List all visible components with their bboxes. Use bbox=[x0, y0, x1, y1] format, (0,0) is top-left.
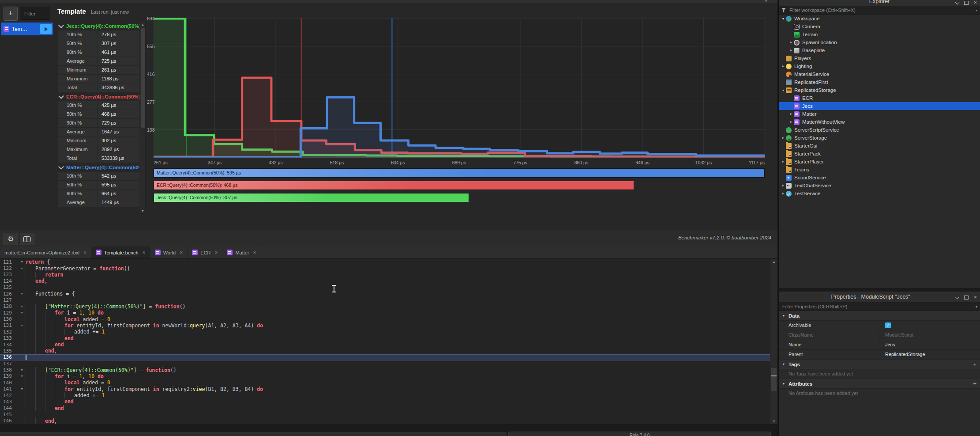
add-icon[interactable]: + bbox=[973, 380, 976, 387]
run-benchmark-button[interactable] bbox=[40, 24, 52, 34]
legend-bar[interactable]: Jecs::Query(4)::Common(50%): 307 µs bbox=[154, 193, 469, 202]
scroll-up-icon[interactable]: ▲ bbox=[140, 23, 145, 26]
stats-group-header[interactable]: Matter::Query(4)::Common(50%) bbox=[58, 163, 139, 172]
legend-bar[interactable]: Matter::Query(4)::Common(50%): 595 µs bbox=[154, 168, 765, 178]
fold-arrow-icon[interactable]: ▼ bbox=[18, 267, 26, 270]
tab-matter[interactable]: Matter× bbox=[222, 246, 261, 258]
tree-item-spawnlocation[interactable]: ▶SpawnLocation bbox=[779, 38, 980, 46]
editor-scrollbar[interactable]: ▲ ▼ bbox=[770, 259, 777, 424]
property-value[interactable]: ReplicatedStorage bbox=[879, 350, 980, 359]
legend-bar[interactable]: ECR::Query(4)::Common(50%): 468 µs bbox=[154, 181, 634, 190]
section-header-tags[interactable]: ▼Tags+ bbox=[779, 360, 980, 369]
code-line[interactable]: 138▼["ECR::Query(4)::Common(50%)"] = fun… bbox=[0, 367, 770, 373]
code-line[interactable]: 132added += 1 bbox=[0, 329, 770, 335]
code-line[interactable]: 146end, bbox=[0, 417, 770, 424]
tree-item-startergui[interactable]: StarterGui bbox=[779, 142, 980, 150]
code-line[interactable]: 121▼return { bbox=[0, 259, 770, 265]
chevron-down-icon[interactable]: ▾ bbox=[976, 305, 977, 309]
scrollbar-thumb[interactable] bbox=[771, 368, 777, 391]
code-line[interactable]: 130local added = 0 bbox=[0, 316, 770, 322]
rojo-panel-edge[interactable]: Rojo 7.4.0 bbox=[508, 432, 771, 436]
code-line[interactable]: 145 bbox=[0, 411, 770, 417]
property-value[interactable]: ✓ bbox=[879, 321, 980, 330]
collapsed-arrow-icon[interactable]: ▶ bbox=[789, 112, 794, 116]
scroll-up-icon[interactable]: ▲ bbox=[770, 260, 777, 263]
fold-arrow-icon[interactable]: ▼ bbox=[18, 260, 26, 264]
scroll-down-icon[interactable]: ▼ bbox=[140, 209, 145, 212]
tree-item-starterplayer[interactable]: ▶StarterPlayer bbox=[779, 158, 980, 166]
properties-titlebar[interactable]: Properties - ModuleScript "Jecs" × bbox=[779, 292, 980, 303]
code-line[interactable]: 141▼for entityId, firstComponent in regi… bbox=[0, 386, 770, 392]
benchmark-filter-input[interactable]: Filter bbox=[20, 7, 50, 20]
close-icon[interactable]: × bbox=[253, 250, 256, 256]
section-header-data[interactable]: ▼Data bbox=[779, 311, 980, 321]
code-line[interactable]: 125 bbox=[0, 284, 770, 291]
collapse-panel-icon[interactable] bbox=[955, 295, 960, 299]
scroll-down-icon[interactable]: ▼ bbox=[770, 420, 777, 423]
docs-button[interactable] bbox=[20, 233, 34, 245]
code-line[interactable]: 143end bbox=[0, 398, 770, 405]
scrollbar-thumb[interactable] bbox=[141, 28, 145, 128]
tree-item-matter[interactable]: ▶Matter bbox=[779, 110, 980, 118]
code-line[interactable]: 140local added = 0 bbox=[0, 379, 770, 386]
close-icon[interactable]: × bbox=[974, 0, 977, 5]
tree-item-starterpack[interactable]: StarterPack bbox=[779, 150, 980, 158]
code-line[interactable]: 126▼Functions = { bbox=[0, 291, 770, 297]
code-line[interactable]: 124end, bbox=[0, 278, 770, 284]
code-line[interactable]: 136 bbox=[0, 354, 770, 360]
stats-scrollbar[interactable]: ▲ ▼ bbox=[140, 22, 146, 214]
code-line[interactable]: 127 bbox=[0, 297, 770, 303]
tree-item-serverscriptservice[interactable]: ServerScriptService bbox=[779, 126, 980, 134]
settings-button[interactable]: ⚙ bbox=[4, 233, 18, 245]
explorer-filter[interactable]: Filter workspace (Ctrl+Shift+X) ▾ bbox=[779, 6, 980, 15]
close-icon[interactable]: × bbox=[180, 250, 183, 256]
property-value[interactable]: Jecs bbox=[879, 340, 980, 349]
tree-item-replicatedstorage[interactable]: ▼ReplicatedStorage bbox=[779, 86, 980, 94]
chevron-down-icon[interactable]: ▾ bbox=[976, 8, 977, 12]
close-icon[interactable]: × bbox=[83, 250, 86, 256]
collapsed-arrow-icon[interactable]: ▶ bbox=[789, 49, 794, 52]
properties-filter[interactable]: Filter Properties (Ctrl+Shift+P) ▾ bbox=[779, 303, 980, 311]
tree-item-players[interactable]: Players bbox=[779, 54, 980, 62]
tree-item-replicatedfirst[interactable]: ReplicatedFirst bbox=[779, 78, 980, 86]
code-line[interactable]: 131▼for entityId, firstComponent in newW… bbox=[0, 322, 770, 329]
expanded-arrow-icon[interactable]: ▼ bbox=[781, 89, 786, 92]
fold-arrow-icon[interactable]: ▼ bbox=[18, 324, 26, 327]
code-line[interactable]: 137 bbox=[0, 360, 770, 367]
collapsed-arrow-icon[interactable]: ▶ bbox=[781, 160, 786, 163]
code-line[interactable]: 133end bbox=[0, 335, 770, 341]
histogram-plot[interactable] bbox=[154, 18, 765, 158]
undock-icon[interactable] bbox=[964, 296, 969, 300]
collapsed-arrow-icon[interactable]: ▶ bbox=[789, 41, 794, 44]
expanded-arrow-icon[interactable]: ▼ bbox=[779, 363, 789, 366]
tree-item-textchatservice[interactable]: ▶TextChatService bbox=[779, 182, 980, 190]
fold-arrow-icon[interactable]: ▼ bbox=[18, 292, 26, 296]
code-line[interactable]: 135end, bbox=[0, 348, 770, 354]
tree-item-testservice[interactable]: ▶TestService bbox=[779, 190, 980, 197]
tab-matterecr-common-optimize2-rbxl[interactable]: matterEcr-Common-Optimize2.rbxl× bbox=[0, 246, 91, 258]
collapsed-arrow-icon[interactable]: ▶ bbox=[789, 120, 794, 124]
dock-chevron-icon[interactable]: ▾ bbox=[765, 0, 767, 3]
tree-item-ecr[interactable]: ECR bbox=[779, 94, 980, 102]
fold-arrow-icon[interactable]: ▼ bbox=[18, 305, 26, 308]
explorer-titlebar[interactable]: Explorer × bbox=[779, 0, 980, 6]
fold-arrow-icon[interactable]: ▼ bbox=[18, 311, 26, 315]
tree-item-soundservice[interactable]: SoundService bbox=[779, 174, 980, 182]
code-line[interactable]: 128▼["Matter::Query(4)::Common(50%)"] = … bbox=[0, 303, 770, 310]
tab-template-bench[interactable]: Template.bench× bbox=[91, 246, 150, 258]
tree-item-workspace[interactable]: ▼Workspace bbox=[779, 15, 980, 23]
tree-item-baseplate[interactable]: ▶Baseplate bbox=[779, 46, 980, 54]
undock-icon[interactable] bbox=[964, 1, 969, 5]
code-line[interactable]: 142added += 1 bbox=[0, 392, 770, 398]
code-line[interactable]: 144end bbox=[0, 405, 770, 411]
tree-item-camera[interactable]: Camera bbox=[779, 23, 980, 30]
collapsed-arrow-icon[interactable]: ▶ bbox=[781, 192, 786, 195]
add-icon[interactable]: + bbox=[973, 361, 976, 368]
add-benchmark-button[interactable]: + bbox=[4, 7, 18, 21]
checkbox-icon[interactable]: ✓ bbox=[885, 322, 891, 328]
close-icon[interactable]: × bbox=[214, 250, 218, 256]
expanded-arrow-icon[interactable]: ▼ bbox=[781, 17, 786, 20]
expanded-arrow-icon[interactable]: ▼ bbox=[779, 314, 789, 317]
collapse-panel-icon[interactable] bbox=[955, 0, 960, 4]
code-line[interactable]: 122▼ParameterGenerator = function() bbox=[0, 265, 770, 271]
